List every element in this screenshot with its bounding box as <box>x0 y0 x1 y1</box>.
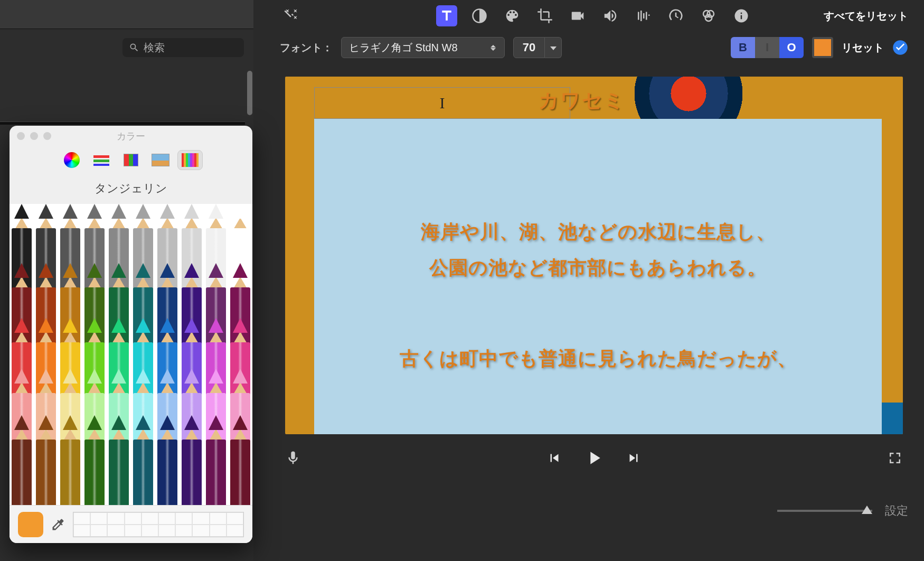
svg-point-3 <box>705 15 712 22</box>
title-text-input[interactable]: I <box>314 87 570 119</box>
magic-wand-icon[interactable] <box>280 5 301 26</box>
titles-tab-icon[interactable] <box>436 5 457 26</box>
stabilize-tab-icon[interactable] <box>567 5 588 26</box>
next-frame-icon[interactable] <box>626 450 642 466</box>
font-size-input[interactable]: 70 <box>513 37 545 58</box>
font-select[interactable]: ヒラギノ角ゴ StdN W8 <box>341 37 505 58</box>
swatch-wells[interactable] <box>73 512 244 537</box>
pencil-color[interactable] <box>34 415 58 505</box>
selected-color-name: タンジェリン <box>10 177 252 204</box>
zoom-slider[interactable] <box>777 510 872 512</box>
eyedropper-icon[interactable] <box>51 517 65 532</box>
pencil-color[interactable] <box>58 415 82 505</box>
font-label: フォント： <box>280 41 333 55</box>
sliders-icon <box>93 154 109 166</box>
color-balance-tab-icon[interactable] <box>698 5 719 26</box>
color-tab-icon[interactable] <box>502 5 523 26</box>
body-text-block[interactable]: 海岸や川、湖、池などの水辺に生息し、 公園の池など都市部にもあらわれる。 古くは… <box>314 119 882 434</box>
title-text[interactable]: カワセミ <box>539 87 625 114</box>
color-image-tab[interactable] <box>148 150 173 170</box>
current-color-swatch[interactable] <box>18 512 43 537</box>
pencil-color[interactable] <box>82 415 107 505</box>
filter-tab-icon[interactable] <box>469 5 490 26</box>
bold-button[interactable]: B <box>731 37 755 58</box>
pencil-color[interactable] <box>107 415 131 505</box>
color-picker-panel: カラー タンジェリン <box>10 126 252 543</box>
voiceover-icon[interactable] <box>285 448 301 468</box>
text-cursor-icon: I <box>440 94 445 112</box>
chevron-updown-icon <box>489 45 497 51</box>
prev-frame-icon[interactable] <box>546 450 562 466</box>
crop-tab-icon[interactable] <box>534 5 555 26</box>
pencil-color[interactable] <box>180 415 204 505</box>
color-pencils-tab[interactable] <box>177 150 203 170</box>
image-icon <box>152 154 169 166</box>
font-size-stepper[interactable] <box>545 37 562 58</box>
apply-check-icon[interactable] <box>892 40 908 55</box>
video-preview[interactable]: I カワセミ 海岸や川、湖、池などの水辺に生息し、 公園の池など都市部にもあらわ… <box>285 77 903 434</box>
body-line: 古くは町中でも普通に見られた鳥だったが、 <box>314 341 882 377</box>
pencil-color[interactable] <box>10 415 34 505</box>
volume-tab-icon[interactable] <box>600 5 621 26</box>
body-line: 公園の池など都市部にもあらわれる。 <box>314 250 882 286</box>
pencil-color[interactable] <box>228 415 252 505</box>
equalizer-tab-icon[interactable] <box>633 5 654 26</box>
outline-button[interactable]: O <box>779 37 804 58</box>
speed-tab-icon[interactable] <box>665 5 686 26</box>
search-input[interactable]: 検索 <box>122 38 244 57</box>
text-style-group: B I O <box>731 37 804 58</box>
reset-all-button[interactable]: すべてをリセット <box>824 9 908 23</box>
fullscreen-icon[interactable] <box>887 450 903 466</box>
color-wheel-tab[interactable] <box>59 150 84 170</box>
zoom-thumb[interactable] <box>862 506 872 514</box>
text-color-swatch[interactable] <box>812 37 833 58</box>
pencil-color[interactable] <box>155 415 180 505</box>
body-line: 海岸や川、湖、池などの水辺に生息し、 <box>314 214 882 250</box>
color-palettes-tab[interactable] <box>118 150 144 170</box>
italic-button[interactable]: I <box>755 37 779 58</box>
pencil-color[interactable] <box>204 415 228 505</box>
sidebar-scrollbar[interactable] <box>247 71 252 115</box>
color-sliders-tab[interactable] <box>89 150 114 170</box>
info-tab-icon[interactable] <box>731 5 752 26</box>
palette-icon <box>124 154 138 166</box>
search-icon <box>129 42 139 53</box>
settings-button[interactable]: 設定 <box>885 503 908 519</box>
reset-button[interactable]: リセット <box>842 41 884 55</box>
search-placeholder: 検索 <box>144 41 165 55</box>
color-panel-title: カラー <box>10 130 252 143</box>
pencil-color[interactable] <box>131 415 155 505</box>
pencil-grid <box>10 204 252 505</box>
inspector-toolbar: すべてをリセット <box>264 0 924 32</box>
play-icon[interactable] <box>583 447 605 469</box>
font-select-value: ヒラギノ角ゴ StdN W8 <box>349 41 458 55</box>
color-wheel-icon <box>64 152 80 168</box>
pencils-icon <box>182 153 199 167</box>
